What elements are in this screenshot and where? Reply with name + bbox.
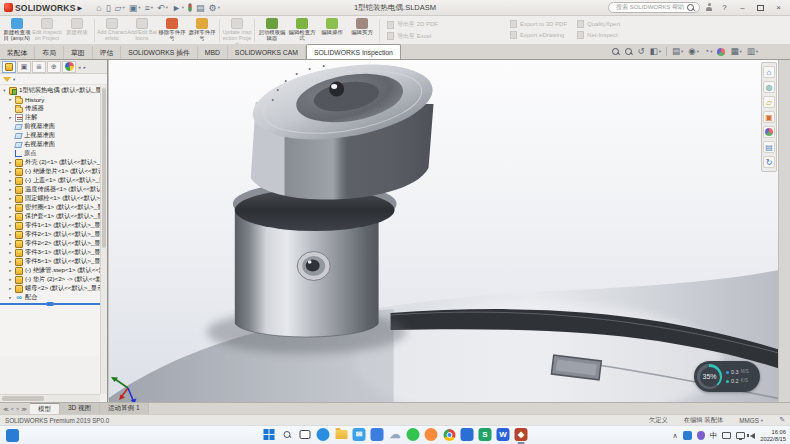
expand-arrow-icon[interactable]: ▸: [8, 241, 13, 246]
task-view-icon[interactable]: [299, 428, 312, 441]
tree-item[interactable]: ▸History: [0, 95, 100, 104]
expand-arrow-icon[interactable]: ▸: [8, 295, 13, 300]
export-item[interactable]: QualityXpert: [577, 20, 620, 28]
tree-item[interactable]: ▸(-) 上盖<1> (默认<<默认>_显示状: [0, 176, 100, 185]
scroll-thumb[interactable]: [102, 88, 106, 248]
edit-inspection-method-button[interactable]: 编辑检查方式: [287, 17, 317, 44]
expand-arrow-icon[interactable]: ▸: [8, 223, 13, 228]
configurationmanager-tab[interactable]: ≣: [32, 61, 46, 73]
solidworks-icon[interactable]: ◆: [515, 428, 528, 441]
section-view-icon[interactable]: ◧▾: [650, 47, 661, 56]
forum-tab[interactable]: ↻: [763, 156, 775, 168]
minimize-button[interactable]: –: [736, 2, 749, 14]
start-icon[interactable]: [263, 428, 276, 441]
doc-tab-3D 视图[interactable]: 3D 视图: [60, 403, 100, 414]
search-box[interactable]: 搜索 SOLIDWORKS 帮助: [608, 2, 700, 13]
ribbon-tab-草图[interactable]: 草图: [64, 46, 93, 59]
expand-arrow-icon[interactable]: ▸: [8, 277, 13, 282]
edge-icon[interactable]: [317, 428, 330, 441]
apply-scene-icon[interactable]: ▦▾: [730, 47, 741, 56]
expand-arrow-icon[interactable]: ▾: [2, 88, 7, 93]
ribbon-tab-装配体[interactable]: 装配体: [0, 46, 35, 59]
manager-tabs-prev-arrow[interactable]: ◂: [77, 64, 82, 70]
expand-arrow-icon[interactable]: ▸: [8, 259, 13, 264]
expand-arrow-icon[interactable]: ▸: [8, 115, 13, 120]
edit-inspection-project-button[interactable]: Edit Inspection Project: [32, 17, 62, 44]
tree-item[interactable]: ▸(-) 绝缘垫片<1> (默认<<默认>_显: [0, 167, 100, 176]
tree-item[interactable]: ▸螺母<2> (默认<<默认>_显示状态: [0, 284, 100, 293]
update-inspection-project-button[interactable]: Update Inspection Project: [222, 17, 252, 44]
solidworks-logo[interactable]: SOLIDWORKS ▶: [0, 3, 86, 13]
tree-item[interactable]: 前视基准面: [0, 122, 100, 131]
chrome-icon[interactable]: [443, 428, 456, 441]
expand-arrow-icon[interactable]: ▸: [8, 214, 13, 219]
expand-arrow-icon[interactable]: ▸: [8, 232, 13, 237]
expand-arrow-icon[interactable]: ▸: [8, 205, 13, 210]
tree-item[interactable]: 上视基准面: [0, 131, 100, 140]
tree-item[interactable]: ▾1型铠装热电偶 (默认<默认_显示状态-1: [0, 86, 100, 95]
tree-item[interactable]: ▸密封圈<1> (默认<<默认>_显示状: [0, 203, 100, 212]
help-button[interactable]: ?: [718, 2, 731, 14]
appearances-scenes-tab[interactable]: [763, 126, 775, 138]
design-library-tab[interactable]: ◍: [763, 81, 775, 93]
tree-item[interactable]: 原点: [0, 149, 100, 158]
tree-item[interactable]: ▸温度传感器<1> (默认<<默认>_: [0, 185, 100, 194]
ribbon-tab-SOLIDWORKS CAM[interactable]: SOLIDWORKS CAM: [228, 46, 306, 59]
manager-tabs-next-arrow[interactable]: ▸: [83, 64, 88, 70]
zoom-area-icon[interactable]: [625, 48, 633, 56]
doc-nav-arrow-3[interactable]: ≫: [21, 406, 27, 412]
login-icon[interactable]: [705, 3, 713, 12]
featuremanager-tab[interactable]: [2, 61, 16, 73]
mail-icon[interactable]: ✉: [353, 428, 366, 441]
expand-arrow-icon[interactable]: ▸: [8, 286, 13, 291]
wps-spreadsheet-icon[interactable]: S: [479, 428, 492, 441]
tree-item[interactable]: ▸(-) 垫片 (2)<2> -> (默认<<默认>: [0, 275, 100, 284]
export-item[interactable]: Export eDrawing: [510, 31, 567, 39]
ribbon-tab-布局[interactable]: 布局: [35, 46, 64, 59]
expand-arrow-icon[interactable]: ▸: [8, 169, 13, 174]
rollback-bar[interactable]: [0, 303, 100, 305]
tree-item[interactable]: ▸注解: [0, 113, 100, 122]
doc-nav-arrow-1[interactable]: <: [11, 406, 14, 412]
open-button[interactable]: ▱▾: [115, 3, 125, 13]
network-icon[interactable]: [736, 432, 745, 439]
file-properties-button[interactable]: ▤: [196, 3, 205, 13]
scroll-thumb[interactable]: [2, 396, 44, 401]
doc-tab-运动算例 1[interactable]: 运动算例 1: [100, 403, 148, 414]
hide-show-items-icon[interactable]: ◔▾: [704, 47, 712, 56]
volume-icon[interactable]: [750, 433, 755, 439]
onedrive-icon[interactable]: ☁: [389, 428, 402, 441]
touch-keyboard-icon[interactable]: [722, 432, 731, 439]
tray-expand-icon[interactable]: ∧: [673, 432, 678, 440]
menu-expand-icon[interactable]: ▶: [78, 4, 83, 11]
green-app-icon[interactable]: [407, 428, 420, 441]
expand-arrow-icon[interactable]: ▸: [8, 268, 13, 273]
tree-item[interactable]: ▸零件2<2> (默认<<默认>_显示状: [0, 239, 100, 248]
export-item[interactable]: 导出至 2D PDF: [387, 20, 500, 29]
view-settings-icon[interactable]: ▥▾: [747, 47, 758, 56]
add-edit-balloons-button[interactable]: Add/Edit Balloons: [127, 17, 157, 44]
tree-item[interactable]: ▸外壳 (2)<1> (默认<<默认>_显示状: [0, 158, 100, 167]
displaymanager-tab[interactable]: [62, 61, 76, 73]
wps-writer-icon[interactable]: W: [497, 428, 510, 441]
blue-app-icon[interactable]: [461, 428, 474, 441]
tree-item[interactable]: ▸(-) 绝缘管.step<1> (默认<<默认>: [0, 266, 100, 275]
ribbon-tab-SOLIDWORKS 插件[interactable]: SOLIDWORKS 插件: [121, 46, 198, 59]
ribbon-tab-评估[interactable]: 评估: [93, 46, 122, 59]
view-palette-tab[interactable]: ▣: [763, 111, 775, 123]
select-balloons-button[interactable]: 选择零件序号: [187, 17, 217, 44]
view-orientation-icon[interactable]: ▤▾: [672, 47, 683, 56]
custom-properties-tab[interactable]: ▤: [763, 141, 775, 153]
tree-filter-row[interactable]: ▾: [0, 74, 107, 85]
widgets-icon[interactable]: [6, 429, 19, 442]
export-item[interactable]: Net-Inspect: [577, 31, 620, 39]
doc-tab-模型[interactable]: 模型: [30, 403, 60, 414]
home-button[interactable]: ⌂: [96, 3, 101, 13]
expand-arrow-icon[interactable]: ▸: [8, 160, 13, 165]
graphics-area[interactable]: 35% 0.3 M/S 0.2 K/S ⌂◍▱▣▤↻: [109, 60, 790, 402]
tree-item[interactable]: ▸保护套<1> (默认<<默认>_显示状: [0, 212, 100, 221]
tree-item[interactable]: ▸零件3<1> (默认<<默认>_显示状: [0, 248, 100, 257]
restore-button[interactable]: [757, 5, 764, 11]
tree-vertical-scrollbar[interactable]: [100, 86, 107, 394]
ribbon-tab-SOLIDWORKS Inspection[interactable]: SOLIDWORKS Inspection: [306, 44, 401, 59]
